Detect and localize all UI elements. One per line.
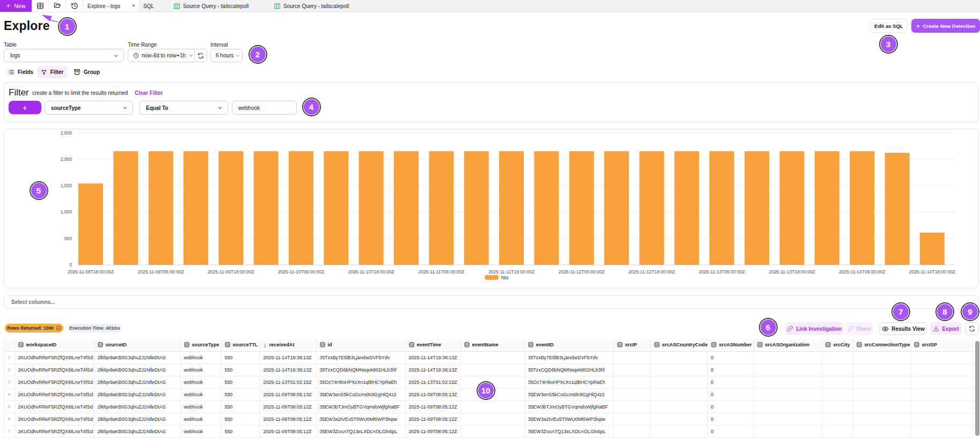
svg-text:2025-11-08T18:00:00Z: 2025-11-08T18:00:00Z [68,269,114,274]
svg-text:500: 500 [64,236,72,241]
svg-text:2,000: 2,000 [61,157,72,162]
svg-text:1,500: 1,500 [61,183,72,188]
svg-text:2025-11-09T06:00:00Z: 2025-11-09T06:00:00Z [138,269,184,274]
svg-text:2025-11-14T18:00:00Z: 2025-11-14T18:00:00Z [909,269,955,274]
svg-text:hits: hits [501,275,508,280]
svg-text:2025-11-13T18:00:00Z: 2025-11-13T18:00:00Z [769,269,815,274]
svg-text:0: 0 [69,262,72,268]
svg-text:2025-11-09T18:00:00Z: 2025-11-09T18:00:00Z [208,269,254,274]
svg-text:2025-11-12T18:00:00Z: 2025-11-12T18:00:00Z [628,269,675,274]
svg-text:2025-11-10T18:00:00Z: 2025-11-10T18:00:00Z [348,269,394,274]
svg-text:2025-11-14T06:00:00Z: 2025-11-14T06:00:00Z [839,269,885,274]
svg-text:2025-11-11T18:00:00Z: 2025-11-11T18:00:00Z [488,269,535,274]
svg-text:2,500: 2,500 [61,130,72,136]
svg-text:2025-11-12T06:00:00Z: 2025-11-12T06:00:00Z [558,269,604,274]
svg-text:2025-11-13T06:00:00Z: 2025-11-13T06:00:00Z [699,269,745,274]
svg-text:1,000: 1,000 [61,209,72,214]
svg-text:2025-11-11T06:00:00Z: 2025-11-11T06:00:00Z [418,269,464,274]
svg-text:2025-11-10T06:00:00Z: 2025-11-10T06:00:00Z [278,269,324,274]
